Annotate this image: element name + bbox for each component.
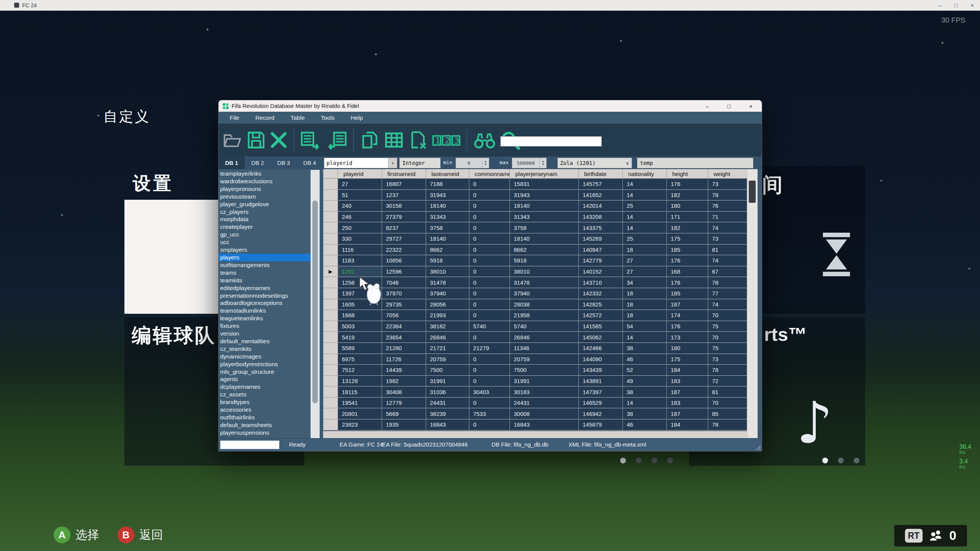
delete-x-icon[interactable]	[269, 130, 288, 150]
cell[interactable]: 31478	[426, 277, 469, 288]
cell[interactable]: 18	[623, 245, 667, 256]
cell[interactable]: 175	[667, 233, 708, 245]
sidebar-item-default_mentalities[interactable]: default_mentalities	[219, 337, 310, 345]
cell[interactable]: 72	[708, 376, 747, 387]
table-hscroll[interactable]	[323, 431, 747, 439]
cell[interactable]: 0	[469, 222, 510, 233]
resize-grip[interactable]	[756, 446, 760, 450]
cell[interactable]: 28056	[426, 299, 469, 310]
table-vscrollbar[interactable]	[747, 169, 758, 439]
sidebar-item-cz_assets[interactable]: cz_assets	[219, 391, 310, 398]
sidebar-item-ucc[interactable]: ucc	[219, 238, 310, 246]
cell[interactable]: 0	[469, 376, 510, 387]
chevron-down-icon[interactable]: ∨	[623, 158, 632, 168]
sidebar-item-morphdata[interactable]: morphdata	[219, 215, 310, 223]
cell[interactable]: 23654	[382, 332, 426, 343]
cell[interactable]: 24431	[426, 398, 469, 409]
cell[interactable]: 250	[338, 222, 382, 233]
sidebar-item-presentationmodesettings[interactable]: presentationmodesettings	[219, 292, 310, 300]
menu-table[interactable]: Table	[283, 112, 313, 124]
row-selector[interactable]	[323, 288, 338, 299]
cell[interactable]: 76	[708, 201, 747, 212]
cell[interactable]: 14	[623, 190, 667, 201]
sidebar-item-default_teamsheets[interactable]: default_teamsheets	[219, 421, 310, 429]
cell[interactable]: 29727	[382, 233, 426, 245]
row-selector[interactable]	[323, 310, 338, 321]
row-selector[interactable]: ▶	[323, 266, 338, 277]
table-row[interactable]: 1183108565918059181427792717674	[323, 255, 747, 266]
menu-tools[interactable]: Tools	[313, 112, 343, 124]
cell[interactable]: 18140	[426, 201, 469, 212]
row-selector[interactable]	[323, 277, 338, 288]
cell[interactable]: 16807	[382, 179, 426, 190]
sidebar-item-player_grudgelove[interactable]: player_grudgelove	[219, 201, 310, 208]
cell[interactable]: 77	[708, 288, 747, 299]
cell[interactable]: 7500	[426, 365, 469, 376]
cell[interactable]: 0	[469, 310, 510, 321]
cell[interactable]: 1237	[382, 190, 426, 201]
sidebar-item-createplayer[interactable]: createplayer	[219, 223, 310, 231]
sidebar-item-agents[interactable]: agents	[219, 375, 310, 383]
open-folder-icon[interactable]	[222, 130, 243, 150]
cell[interactable]: 71	[708, 212, 747, 223]
cell[interactable]: 145062	[579, 332, 623, 343]
carousel-dot[interactable]	[636, 458, 642, 463]
cell[interactable]: 0	[469, 365, 510, 376]
tab-db4[interactable]: DB 4	[297, 156, 323, 169]
sidebar-item-version[interactable]: version	[219, 330, 310, 337]
cell[interactable]: 1116	[338, 245, 382, 256]
cell[interactable]: 73	[708, 233, 747, 245]
maximize-button[interactable]: □	[718, 100, 740, 112]
row-selector[interactable]	[323, 255, 338, 266]
cell[interactable]: 81	[708, 386, 747, 398]
cell[interactable]: 183	[667, 376, 708, 387]
cell[interactable]: 1935	[382, 419, 426, 430]
cell[interactable]: 0	[469, 201, 510, 212]
row-selector-header[interactable]	[323, 169, 338, 179]
cell[interactable]: 0	[469, 419, 510, 430]
cell[interactable]: 38	[623, 386, 667, 398]
cell[interactable]: 184	[667, 419, 708, 430]
column-header-lastnameid[interactable]: lastnameid	[426, 169, 469, 179]
cell[interactable]: 5419	[338, 332, 382, 343]
table-row[interactable]: 238231935168430168431458794618478	[323, 419, 747, 430]
cell[interactable]: 73	[708, 354, 747, 365]
row-selector[interactable]	[323, 386, 338, 398]
cell[interactable]: 14	[623, 398, 667, 409]
cell[interactable]: 23823	[338, 419, 382, 430]
cell[interactable]: 0	[469, 179, 510, 190]
cell[interactable]: 31991	[510, 376, 579, 387]
cell[interactable]: 21721	[426, 343, 469, 354]
table-row[interactable]: 50032238438182574057401415855417675	[323, 321, 747, 332]
cell[interactable]: 0	[469, 233, 510, 245]
sidebar-item-accessories[interactable]: accessories	[219, 406, 310, 414]
cell[interactable]: 143439	[579, 365, 623, 376]
cell[interactable]: 180	[667, 343, 708, 354]
cell[interactable]: 21958	[510, 310, 579, 321]
menu-record[interactable]: Record	[247, 112, 283, 124]
cell[interactable]: 18115	[338, 386, 382, 398]
cell[interactable]: 10856	[382, 255, 426, 266]
field-dropdown[interactable]: playerid ▾	[324, 158, 397, 168]
cell[interactable]: 21280	[382, 343, 426, 354]
table-row[interactable]: 1954112779244310244311465291418370	[323, 398, 747, 409]
cell[interactable]: 46	[623, 354, 667, 365]
tab-db1[interactable]: DB 1	[219, 156, 245, 169]
cell[interactable]: 145757	[579, 179, 623, 190]
sidebar-item-teamplayerlinks[interactable]: teamplayerlinks	[219, 170, 310, 178]
row-selector[interactable]	[323, 245, 338, 256]
cell[interactable]: 73	[708, 179, 747, 190]
sidebar-item-previousteam[interactable]: previousteam	[219, 193, 310, 201]
window-titlebar[interactable]: Fifa Revolution Database Master by Rinal…	[219, 100, 762, 112]
carousel-dot[interactable]	[652, 458, 657, 463]
tab-db3[interactable]: DB 3	[271, 156, 297, 169]
cell[interactable]: 78	[708, 190, 747, 201]
cell[interactable]: 8237	[382, 222, 426, 233]
cell[interactable]: 38010	[426, 266, 469, 277]
row-selector[interactable]	[323, 222, 338, 233]
cell[interactable]: 142825	[579, 299, 623, 310]
column-header-nationality[interactable]: nationality	[623, 169, 667, 179]
close-button[interactable]: ×	[740, 100, 762, 112]
sidebar-item-editedplayernames[interactable]: editedplayernames	[219, 284, 310, 292]
cell[interactable]: 26846	[510, 332, 579, 343]
